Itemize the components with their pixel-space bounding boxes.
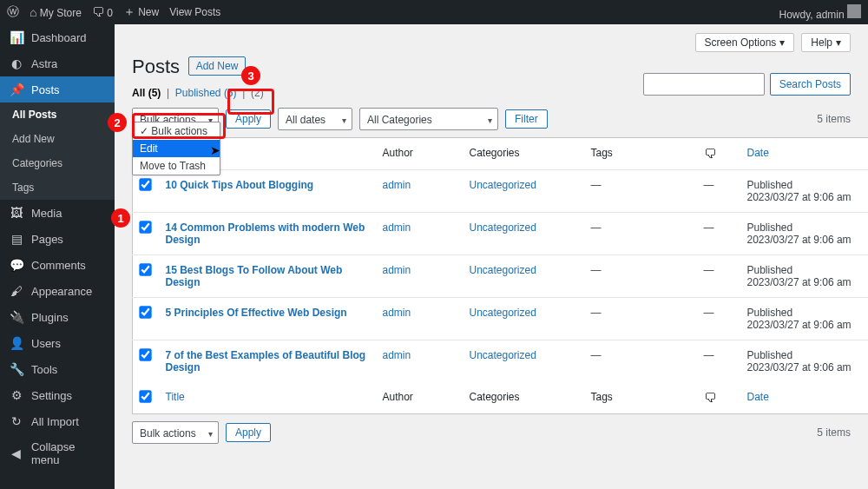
sidebar-item-label: Appearance	[31, 285, 92, 298]
sidebar-item-tools[interactable]: 🔧Tools	[0, 356, 115, 382]
select-all-checkbox-bottom[interactable]	[140, 390, 152, 402]
author-link[interactable]: admin	[383, 307, 411, 319]
sidebar-item-add-new[interactable]: Add New	[0, 127, 115, 151]
menu-icon: 🖌	[9, 284, 24, 298]
comments-link[interactable]: 🗨 0	[92, 5, 113, 19]
sidebar-item-collapse-menu[interactable]: ◀Collapse menu	[0, 434, 115, 472]
sidebar-item-label: Pages	[31, 233, 63, 246]
date-filter-select[interactable]: All dates	[278, 108, 352, 130]
sidebar-item-appearance[interactable]: 🖌Appearance	[0, 278, 115, 304]
search-button[interactable]: Search Posts	[770, 73, 851, 96]
sidebar-item-comments[interactable]: 💬Comments	[0, 252, 115, 278]
row-checkbox[interactable]	[140, 263, 152, 275]
sidebar-item-users[interactable]: 👤Users	[0, 330, 115, 356]
apply-button[interactable]: Apply	[226, 109, 271, 129]
col-author[interactable]: Author	[376, 382, 463, 414]
sidebar-item-dashboard[interactable]: 📊Dashboard	[0, 24, 115, 50]
sidebar-item-posts[interactable]: 📌Posts	[0, 76, 115, 102]
category-link[interactable]: Uncategorized	[470, 264, 536, 276]
author-link[interactable]: admin	[383, 264, 411, 276]
sidebar-item-categories[interactable]: Categories	[0, 151, 115, 175]
row-checkbox[interactable]	[140, 178, 152, 190]
category-link[interactable]: Uncategorized	[470, 221, 536, 234]
category-link[interactable]: Uncategorized	[470, 179, 536, 191]
cursor-icon: ➤	[210, 143, 220, 157]
sidebar-item-settings[interactable]: ⚙Settings	[0, 382, 115, 408]
bulk-option-trash[interactable]: Move to Trash	[133, 157, 220, 175]
menu-icon: ◐	[9, 56, 24, 70]
post-title-link[interactable]: 10 Quick Tips About Blogging	[166, 179, 314, 191]
author-link[interactable]: admin	[383, 349, 411, 361]
sidebar-item-tags[interactable]: Tags	[0, 175, 115, 200]
sidebar-item-label: Tags	[12, 182, 34, 194]
comments-cell: —	[697, 170, 740, 213]
category-filter-select[interactable]: All Categories	[359, 108, 498, 130]
sidebar-item-label: Users	[31, 337, 61, 350]
add-new-button[interactable]: Add New	[188, 56, 247, 76]
sidebar-item-plugins[interactable]: 🔌Plugins	[0, 304, 115, 330]
howdy-link[interactable]: Howdy, admin	[779, 4, 861, 21]
menu-icon: 🔌	[9, 310, 24, 324]
sidebar-item-pages[interactable]: ▤Pages	[0, 226, 115, 252]
post-title-link[interactable]: 5 Principles Of Effective Web Design	[166, 307, 347, 319]
comments-cell: —	[697, 340, 740, 383]
col-date[interactable]: Date	[740, 382, 869, 414]
menu-icon: 👤	[9, 336, 24, 350]
screen-options-button[interactable]: Screen Options ▾	[695, 33, 795, 52]
search-input[interactable]	[643, 73, 765, 96]
sidebar-item-label: Astra	[31, 57, 57, 70]
row-checkbox[interactable]	[140, 306, 152, 318]
sidebar-item-label: Tools	[31, 363, 57, 376]
comments-col-icon: 🗨	[704, 391, 716, 405]
post-title-link[interactable]: 7 of the Best Examples of Beautiful Blog…	[166, 349, 366, 373]
view-posts-link[interactable]: View Posts	[169, 6, 220, 18]
col-tags[interactable]: Tags	[584, 138, 697, 170]
col-title[interactable]: Title	[159, 382, 376, 414]
author-link[interactable]: admin	[383, 221, 411, 234]
post-title-link[interactable]: 14 Common Problems with modern Web Desig…	[166, 221, 365, 246]
category-link[interactable]: Uncategorized	[470, 307, 536, 319]
row-checkbox[interactable]	[140, 221, 152, 233]
sidebar-item-media[interactable]: 🖼Media	[0, 200, 115, 226]
filter-all[interactable]: All (5)	[132, 87, 161, 99]
bulk-actions-select-bottom[interactable]: Bulk actions	[132, 421, 219, 444]
sidebar-item-label: Add New	[12, 133, 55, 145]
filter-trash[interactable]: (2)	[251, 87, 264, 99]
col-tags[interactable]: Tags	[584, 382, 697, 414]
sidebar-item-label: Collapse menu	[31, 440, 106, 466]
col-categories[interactable]: Categories	[463, 138, 584, 170]
new-content-link[interactable]: ＋ New	[123, 4, 159, 20]
annotation-callout-1: 1	[111, 208, 130, 228]
comments-cell: —	[697, 213, 740, 255]
bulk-option-bulk[interactable]: Bulk actions	[133, 122, 220, 140]
tags-cell: —	[584, 170, 697, 213]
date-cell: Published2023/03/27 at 9:06 am	[740, 213, 869, 255]
bulk-actions-dropdown-open: Bulk actions Edit Move to Trash	[132, 122, 220, 175]
table-row: 14 Common Problems with modern Web Desig…	[133, 213, 869, 255]
date-cell: Published2023/03/27 at 9:06 am	[740, 340, 869, 383]
sidebar-item-astra[interactable]: ◐Astra	[0, 50, 115, 76]
plus-icon: ＋	[123, 4, 135, 18]
bulk-option-edit[interactable]: Edit	[133, 140, 220, 157]
category-link[interactable]: Uncategorized	[470, 349, 536, 361]
author-link[interactable]: admin	[383, 179, 411, 191]
table-row: 15 Best Blogs To Follow About Web Design…	[133, 255, 869, 298]
table-row: 10 Quick Tips About BloggingadminUncateg…	[133, 170, 869, 213]
col-date[interactable]: Date	[740, 138, 869, 170]
col-categories[interactable]: Categories	[463, 382, 584, 414]
wordpress-logo-icon[interactable]: ⓦ	[7, 4, 19, 20]
filter-button[interactable]: Filter	[505, 109, 548, 129]
menu-icon: 💬	[9, 258, 24, 272]
apply-button-bottom[interactable]: Apply	[226, 423, 271, 442]
help-button[interactable]: Help ▾	[801, 33, 851, 52]
sidebar-item-all-import[interactable]: ↻All Import	[0, 408, 115, 434]
sidebar-item-all-posts[interactable]: All Posts	[0, 102, 115, 127]
site-home-link[interactable]: ⌂ My Store	[30, 5, 82, 19]
table-row: 5 Principles Of Effective Web Designadmi…	[133, 298, 869, 340]
filter-published[interactable]: Published (5)	[175, 87, 237, 99]
comments-col-icon: 🗨	[704, 147, 716, 161]
row-checkbox[interactable]	[140, 348, 152, 360]
post-title-link[interactable]: 15 Best Blogs To Follow About Web Design	[166, 264, 343, 288]
site-name: My Store	[40, 7, 82, 19]
col-author[interactable]: Author	[376, 138, 463, 170]
